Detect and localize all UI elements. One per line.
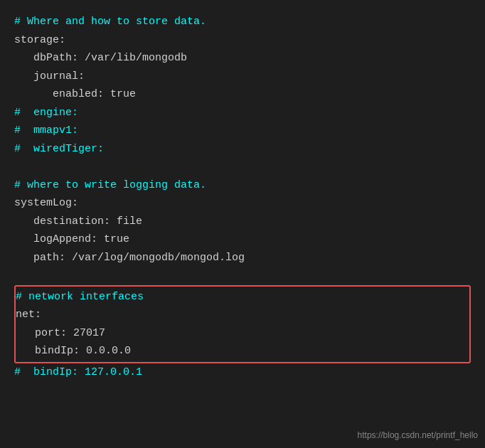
line-4: journal:	[14, 68, 471, 86]
line-15	[14, 267, 471, 285]
line-19: bindIp: 0.0.0.0	[16, 342, 469, 361]
line-16: # network interfaces	[16, 288, 469, 306]
line-6: # engine:	[14, 104, 471, 122]
line-13: logAppend: true	[14, 230, 471, 249]
line-2: storage:	[14, 31, 471, 50]
line-9	[14, 158, 471, 176]
line-3: dbPath: /var/lib/mongodb	[14, 49, 471, 68]
line-10: # where to write logging data.	[14, 176, 471, 195]
line-11: systemLog:	[14, 194, 471, 213]
line-17: net:	[16, 306, 469, 324]
line-7: # mmapv1:	[14, 122, 471, 140]
line-20: # bindIp: 127.0.0.1	[14, 363, 471, 382]
line-14: path: /var/log/mongodb/mongod.log	[14, 249, 471, 267]
line-18: port: 27017	[16, 324, 469, 343]
highlighted-section: # network interfaces net: port: 27017 bi…	[14, 285, 471, 363]
line-1: # Where and how to store data.	[14, 13, 471, 31]
line-5: enabled: true	[14, 85, 471, 104]
watermark: https://blog.csdn.net/printf_hello	[358, 428, 478, 442]
line-8: # wiredTiger:	[14, 140, 471, 159]
line-12: destination: file	[14, 213, 471, 231]
code-container: # Where and how to store data. storage: …	[0, 0, 485, 448]
